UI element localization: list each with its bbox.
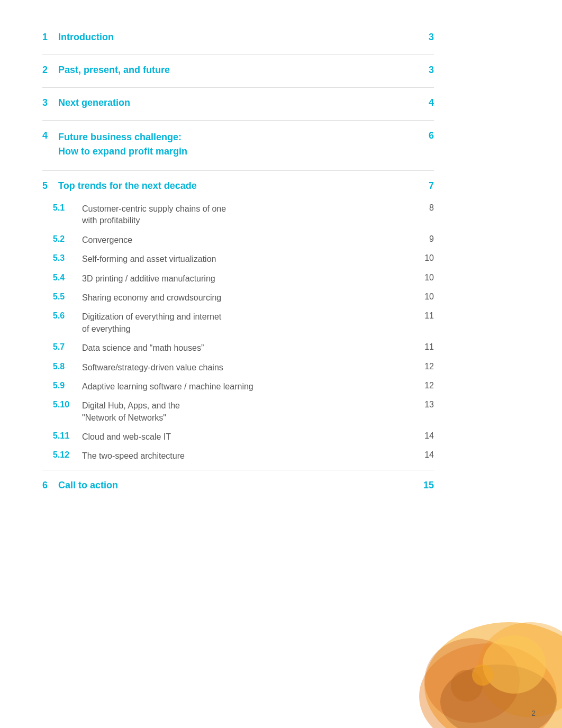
sub-5-10-page: 13 xyxy=(418,400,434,410)
sub-5-9-title: Adaptive learning software / machine lea… xyxy=(82,381,418,393)
sub-5-8-number: 5.8 xyxy=(53,362,82,371)
sub-5-9-page: 12 xyxy=(418,381,434,390)
sub-5-2-number: 5.2 xyxy=(53,234,82,244)
toc-sub-5-2: 5.2 Convergence 9 xyxy=(53,234,434,246)
section-2-page: 3 xyxy=(418,65,434,76)
sub-5-8-title: Software/strategy-driven value chains xyxy=(82,362,418,374)
section-3-title: Next generation xyxy=(58,97,418,108)
section-6-title: Call to action xyxy=(58,480,418,491)
sub-5-1-title: Customer-centric supply chains of onewit… xyxy=(82,203,418,227)
section-5-title: Top trends for the next decade xyxy=(58,180,418,192)
divider-2 xyxy=(42,87,434,88)
divider-1 xyxy=(42,54,434,55)
sub-5-6-number: 5.6 xyxy=(53,311,82,321)
sub-5-2-page: 9 xyxy=(418,234,434,244)
section-3-page: 4 xyxy=(418,97,434,108)
toc-sub-5-5: 5.5 Sharing economy and crowdsourcing 10 xyxy=(53,292,434,304)
sub-5-10-number: 5.10 xyxy=(53,400,82,410)
sub-5-12-page: 14 xyxy=(418,450,434,460)
sub-5-11-number: 5.11 xyxy=(53,431,82,441)
toc-sub-5-4: 5.4 3D printing / additive manufacturing… xyxy=(53,273,434,285)
svg-point-5 xyxy=(483,635,546,694)
sub-5-9-number: 5.9 xyxy=(53,381,82,390)
subsections-container: 5.1 Customer-centric supply chains of on… xyxy=(48,203,434,462)
section-5-page: 7 xyxy=(418,180,434,192)
toc-sub-5-8: 5.8 Software/strategy-driven value chain… xyxy=(53,362,434,374)
sub-5-3-number: 5.3 xyxy=(53,253,82,263)
divider-5 xyxy=(42,470,434,470)
svg-point-0 xyxy=(424,622,562,728)
section-1-title: Introduction xyxy=(58,32,418,43)
section-3-number: 3 xyxy=(42,97,58,108)
sub-5-5-page: 10 xyxy=(418,292,434,302)
sub-5-5-number: 5.5 xyxy=(53,292,82,302)
toc-item-1: 1 Introduction 3 xyxy=(42,32,434,43)
sub-5-11-page: 14 xyxy=(418,431,434,441)
svg-point-2 xyxy=(477,622,562,717)
section-6-number: 6 xyxy=(42,480,58,491)
sub-5-3-page: 10 xyxy=(418,253,434,263)
toc-sub-5-10: 5.10 Digital Hub, Apps, and the"Network … xyxy=(53,400,434,424)
divider-4 xyxy=(42,170,434,171)
sub-5-12-number: 5.12 xyxy=(53,450,82,460)
section-4-page: 6 xyxy=(418,130,434,141)
section-4-title-text: Future business challenge: How to expand… xyxy=(58,130,418,159)
section-4-number: 4 xyxy=(42,130,58,141)
section-5-number: 5 xyxy=(42,180,58,192)
sub-5-1-number: 5.1 xyxy=(53,203,82,213)
section-1-page: 3 xyxy=(418,32,434,43)
svg-point-3 xyxy=(424,638,520,723)
toc-sub-5-9: 5.9 Adaptive learning software / machine… xyxy=(53,381,434,393)
page-number: 2 xyxy=(531,709,536,717)
toc-sub-5-1: 5.1 Customer-centric supply chains of on… xyxy=(53,203,434,227)
toc-sub-5-6: 5.6 Digitization of everything and inter… xyxy=(53,311,434,335)
toc-item-2: 2 Past, present, and future 3 xyxy=(42,65,434,76)
sub-5-5-title: Sharing economy and crowdsourcing xyxy=(82,292,418,304)
sub-5-7-title: Data science and “math houses” xyxy=(82,342,418,354)
svg-point-7 xyxy=(472,665,493,686)
svg-point-6 xyxy=(451,670,483,702)
section-2-title: Past, present, and future xyxy=(58,65,418,76)
svg-point-4 xyxy=(440,665,557,728)
sub-5-4-title: 3D printing / additive manufacturing xyxy=(82,273,418,285)
toc-sub-5-7: 5.7 Data science and “math houses” 11 xyxy=(53,342,434,354)
divider-3 xyxy=(42,120,434,121)
svg-point-1 xyxy=(419,643,557,728)
toc-item-3: 3 Next generation 4 xyxy=(42,97,434,108)
toc-item-6: 6 Call to action 15 xyxy=(42,480,434,491)
decoration-blob xyxy=(340,580,562,728)
toc-sub-5-12: 5.12 The two-speed architecture 14 xyxy=(53,450,434,462)
sub-5-6-page: 11 xyxy=(418,311,434,321)
sub-5-3-title: Self-forming and asset virtualization xyxy=(82,253,418,265)
sub-5-10-title: Digital Hub, Apps, and the"Network of Ne… xyxy=(82,400,418,424)
sub-5-8-page: 12 xyxy=(418,362,434,371)
sub-5-11-title: Cloud and web-scale IT xyxy=(82,431,418,443)
toc-item-4: 4 Future business challenge: How to expa… xyxy=(42,130,434,159)
toc-sub-5-11: 5.11 Cloud and web-scale IT 14 xyxy=(53,431,434,443)
sub-5-1-page: 8 xyxy=(418,203,434,213)
sub-5-4-page: 10 xyxy=(418,273,434,283)
section-1-number: 1 xyxy=(42,32,58,43)
sub-5-4-number: 5.4 xyxy=(53,273,82,283)
sub-5-7-number: 5.7 xyxy=(53,342,82,352)
toc-item-5: 5 Top trends for the next decade 7 xyxy=(42,180,434,192)
sub-5-12-title: The two-speed architecture xyxy=(82,450,418,462)
sub-5-7-page: 11 xyxy=(418,342,434,352)
section-2-number: 2 xyxy=(42,65,58,76)
section-6-page: 15 xyxy=(418,480,434,491)
toc-sub-5-3: 5.3 Self-forming and asset virtualizatio… xyxy=(53,253,434,265)
sub-5-2-title: Convergence xyxy=(82,234,418,246)
sub-5-6-title: Digitization of everything and interneto… xyxy=(82,311,418,335)
